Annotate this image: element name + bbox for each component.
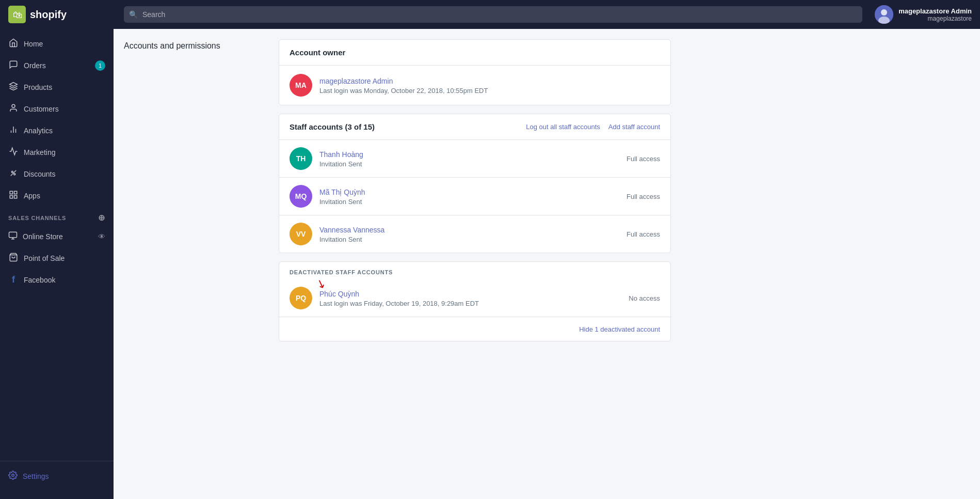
sidebar-label-marketing: Marketing bbox=[24, 148, 55, 157]
hide-deactivated-link[interactable]: Hide 1 deactivated account bbox=[579, 325, 660, 333]
user-area: mageplazastore Admin mageplazastore bbox=[875, 5, 972, 24]
sales-channels-header: SALES CHANNELS ⊕ bbox=[0, 207, 114, 226]
sales-channels-label: SALES CHANNELS bbox=[8, 215, 66, 221]
staff-name-mq[interactable]: Mã Thị Quỳnh bbox=[319, 188, 365, 196]
staff-last-login-pq: Last login was Friday, October 19, 2018,… bbox=[319, 300, 621, 307]
sidebar-label-point-of-sale: Point of Sale bbox=[24, 254, 65, 262]
sidebar-item-facebook[interactable]: f Facebook bbox=[0, 269, 114, 290]
staff-name-vv[interactable]: Vannessa Vannessa bbox=[319, 226, 384, 234]
staff-info-mq: Mã Thị Quỳnh Invitation Sent bbox=[319, 188, 619, 206]
account-owner-initials: MA bbox=[295, 81, 307, 89]
account-owner-avatar: MA bbox=[290, 74, 312, 97]
staff-initials-th: TH bbox=[296, 154, 306, 163]
eye-icon[interactable]: 👁 bbox=[98, 232, 105, 241]
add-staff-account-link[interactable]: Add staff account bbox=[608, 123, 660, 131]
sidebar-item-products[interactable]: Products bbox=[0, 76, 114, 98]
search-bar[interactable]: 🔍 bbox=[124, 6, 862, 23]
staff-actions: Log out all staff accounts Add staff acc… bbox=[526, 123, 660, 131]
svg-marker-5 bbox=[10, 83, 18, 87]
page-main: Account owner MA mageplazastore Admin La… bbox=[279, 29, 681, 499]
staff-access-mq: Full access bbox=[626, 193, 660, 200]
account-owner-last-login: Last login was Monday, October 22, 2018,… bbox=[319, 87, 488, 95]
orders-icon bbox=[8, 60, 19, 71]
staff-access-th: Full access bbox=[626, 155, 660, 163]
svg-point-10 bbox=[11, 171, 13, 173]
online-store-row: Online Store 👁 bbox=[23, 232, 105, 241]
facebook-icon: f bbox=[8, 274, 19, 285]
svg-rect-14 bbox=[10, 196, 12, 198]
logout-all-staff-link[interactable]: Log out all staff accounts bbox=[526, 123, 600, 131]
staff-status-vv: Invitation Sent bbox=[319, 236, 619, 243]
sidebar-label-apps: Apps bbox=[24, 192, 40, 200]
sidebar-item-discounts[interactable]: Discounts bbox=[0, 163, 114, 185]
deactivated-staff-card: DEACTIVATED STAFF ACCOUNTS ↘ PQ Phúc Quỳ… bbox=[279, 261, 671, 341]
analytics-icon bbox=[8, 125, 19, 136]
apps-icon bbox=[8, 190, 19, 201]
sidebar-label-customers: Customers bbox=[24, 105, 59, 113]
user-info: mageplazastore Admin mageplazastore bbox=[898, 7, 972, 22]
staff-accounts-title: Staff accounts (3 of 15) bbox=[290, 122, 375, 131]
card-footer: Hide 1 deactivated account bbox=[279, 317, 670, 341]
marketing-icon bbox=[8, 147, 19, 158]
add-sales-channel-icon[interactable]: ⊕ bbox=[98, 213, 105, 223]
svg-rect-16 bbox=[9, 232, 17, 238]
svg-point-20 bbox=[12, 474, 14, 477]
svg-point-11 bbox=[14, 174, 15, 175]
content-area: Accounts and permissions Account owner M… bbox=[114, 29, 980, 499]
online-store-icon bbox=[8, 231, 18, 242]
sidebar-item-apps[interactable]: Apps bbox=[0, 185, 114, 207]
staff-row: TH Thanh Hoàng Invitation Sent Full acce… bbox=[279, 140, 670, 178]
account-owner-row: MA mageplazastore Admin Last login was M… bbox=[279, 66, 670, 105]
orders-badge: 1 bbox=[95, 60, 105, 71]
account-owner-info: mageplazastore Admin Last login was Mond… bbox=[319, 76, 488, 95]
account-owner-title: Account owner bbox=[290, 48, 660, 57]
sidebar-item-orders[interactable]: Orders 1 bbox=[0, 55, 114, 76]
user-name: mageplazastore Admin bbox=[898, 7, 972, 15]
staff-initials-vv: VV bbox=[296, 230, 306, 238]
main-layout: Home Orders 1 Products Customers bbox=[0, 29, 980, 499]
sidebar-item-online-store[interactable]: Online Store 👁 bbox=[0, 226, 114, 247]
staff-info-vv: Vannessa Vannessa Invitation Sent bbox=[319, 225, 619, 243]
discounts-icon bbox=[8, 168, 19, 180]
sidebar-label-online-store: Online Store bbox=[23, 232, 63, 241]
home-icon bbox=[8, 38, 19, 50]
sidebar-label-products: Products bbox=[24, 83, 52, 91]
sidebar-item-settings[interactable]: Settings bbox=[0, 465, 114, 487]
staff-status-th: Invitation Sent bbox=[319, 160, 619, 168]
sidebar-item-marketing[interactable]: Marketing bbox=[0, 142, 114, 163]
staff-accounts-header: Staff accounts (3 of 15) Log out all sta… bbox=[279, 114, 670, 140]
staff-status-mq: Invitation Sent bbox=[319, 198, 619, 206]
svg-rect-12 bbox=[10, 191, 12, 194]
account-owner-header: Account owner bbox=[279, 40, 670, 66]
staff-row: MQ Mã Thị Quỳnh Invitation Sent Full acc… bbox=[279, 178, 670, 215]
sidebar-item-home[interactable]: Home bbox=[0, 33, 114, 55]
staff-avatar-pq: PQ bbox=[290, 287, 312, 309]
settings-icon bbox=[8, 471, 18, 481]
account-owner-link[interactable]: mageplazastore Admin bbox=[319, 77, 393, 85]
svg-point-3 bbox=[881, 9, 887, 15]
sidebar-item-point-of-sale[interactable]: Point of Sale bbox=[0, 247, 114, 269]
point-of-sale-icon bbox=[8, 253, 19, 264]
staff-name-pq[interactable]: Phúc Quỳnh bbox=[319, 290, 359, 298]
search-icon: 🔍 bbox=[129, 10, 138, 19]
avatar[interactable] bbox=[875, 5, 893, 24]
sidebar-item-customers[interactable]: Customers bbox=[0, 98, 114, 120]
staff-row: VV Vannessa Vannessa Invitation Sent Ful… bbox=[279, 215, 670, 253]
staff-initials-mq: MQ bbox=[295, 192, 307, 200]
page-section-title: Accounts and permissions bbox=[124, 41, 268, 51]
logo-text: shopify bbox=[30, 9, 67, 21]
top-nav: 🛍 shopify 🔍 mageplazastore Admin magepla… bbox=[0, 0, 980, 29]
svg-text:🛍: 🛍 bbox=[13, 9, 23, 20]
staff-accounts-card: Staff accounts (3 of 15) Log out all sta… bbox=[279, 114, 671, 253]
staff-name-th[interactable]: Thanh Hoàng bbox=[319, 150, 363, 159]
settings-label: Settings bbox=[23, 472, 49, 480]
sidebar-bottom: Settings bbox=[0, 461, 114, 491]
deactivated-staff-row: PQ Phúc Quỳnh Last login was Friday, Oct… bbox=[279, 279, 670, 317]
sidebar-nav: Home Orders 1 Products Customers bbox=[0, 29, 114, 294]
search-input[interactable] bbox=[124, 6, 862, 23]
sidebar-item-analytics[interactable]: Analytics bbox=[0, 120, 114, 142]
sidebar-label-analytics: Analytics bbox=[24, 127, 53, 135]
page-sidebar: Accounts and permissions bbox=[114, 29, 279, 499]
svg-point-6 bbox=[12, 104, 15, 107]
sidebar: Home Orders 1 Products Customers bbox=[0, 29, 114, 499]
